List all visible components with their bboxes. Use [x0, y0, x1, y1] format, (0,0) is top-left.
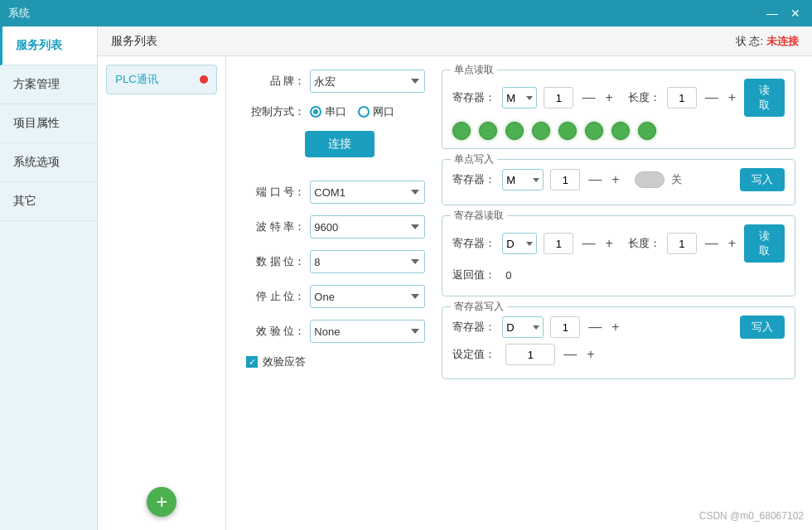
- close-button[interactable]: ✕: [787, 5, 804, 22]
- sidebar-item-service-list[interactable]: 服务列表: [0, 26, 97, 65]
- parity-row: 效 验 位： NoneEvenOdd: [243, 320, 425, 343]
- single-read-addr-input[interactable]: [544, 87, 573, 108]
- radio-net-circle: [358, 106, 370, 118]
- reg-read-addr-input[interactable]: [544, 233, 573, 254]
- single-write-reg-select[interactable]: MDQI: [502, 169, 544, 190]
- app-title: 系统: [8, 6, 30, 21]
- return-label: 返回值：: [452, 267, 495, 282]
- config-panel: 品 牌： 永宏 三菱 西门子 欧姆龙 控制方式：: [226, 56, 812, 530]
- single-read-reg-label: 寄存器：: [452, 90, 495, 105]
- device-status-dot: [200, 75, 208, 84]
- radio-serial-circle: [310, 106, 321, 118]
- radio-serial[interactable]: 串口: [310, 104, 346, 119]
- connect-button[interactable]: 连接: [305, 131, 375, 157]
- port-select[interactable]: COM1COM2COM3: [310, 181, 425, 204]
- reg-read-controls: 寄存器： DMQI — + 长度： — + 读取: [452, 224, 785, 263]
- single-read-len-input[interactable]: [667, 87, 697, 108]
- control-mode-row: 控制方式： 串口 网口: [243, 104, 425, 119]
- reg-read-len-input[interactable]: [667, 233, 697, 254]
- reg-read-addr-inc[interactable]: +: [603, 237, 614, 250]
- led-1: [452, 122, 471, 140]
- reg-write-controls: 寄存器： DMQI — + 写入: [452, 316, 785, 339]
- verify-checkbox[interactable]: ✓: [246, 356, 258, 368]
- single-write-toggle[interactable]: [635, 171, 665, 188]
- reg-write-addr-dec[interactable]: —: [587, 320, 603, 334]
- single-write-reg-label: 寄存器：: [452, 172, 495, 187]
- single-write-addr-dec[interactable]: —: [587, 173, 603, 186]
- single-write-addr-inc[interactable]: +: [610, 173, 621, 186]
- device-item-plc[interactable]: PLC通讯: [106, 65, 217, 94]
- reg-read-len-inc[interactable]: +: [727, 237, 737, 250]
- setval-label: 设定值：: [452, 347, 495, 362]
- radio-serial-label: 串口: [325, 104, 346, 119]
- single-read-button[interactable]: 读取: [744, 79, 785, 117]
- single-read-len-inc[interactable]: +: [727, 91, 737, 104]
- sidebar-item-sys-options[interactable]: 系统选项: [0, 143, 97, 182]
- single-read-reg-select[interactable]: MDQI: [502, 87, 537, 108]
- status-bar: 状 态: 未连接: [736, 34, 799, 49]
- brand-select[interactable]: 永宏 三菱 西门子 欧姆龙: [310, 70, 425, 93]
- control-label: 控制方式：: [243, 104, 305, 119]
- page-title: 服务列表: [111, 34, 157, 49]
- led-4: [532, 122, 550, 140]
- reg-write-title: 寄存器写入: [451, 300, 507, 314]
- return-value: 0: [505, 269, 511, 282]
- single-read-addr-inc[interactable]: +: [603, 91, 614, 104]
- databits-label: 数 据 位：: [243, 254, 305, 269]
- led-5: [558, 122, 577, 140]
- baud-row: 波 特 率： 9600192003840057600115200: [243, 215, 425, 238]
- single-write-title: 单点写入: [451, 152, 497, 166]
- reg-read-button[interactable]: 读取: [744, 224, 785, 263]
- checkmark-icon: ✓: [249, 357, 256, 368]
- toggle-off-label: 关: [671, 172, 682, 187]
- single-read-addr-dec[interactable]: —: [580, 91, 597, 104]
- setval-input[interactable]: [505, 344, 555, 365]
- parity-select[interactable]: NoneEvenOdd: [310, 320, 425, 343]
- reg-read-title: 寄存器读取: [451, 209, 507, 223]
- content-area: PLC通讯 + 品 牌： 永宏 三菱 西门子 欧姆: [98, 56, 812, 530]
- verify-label: 效验应答: [263, 354, 306, 369]
- reg-write-reg-select[interactable]: DMQI: [502, 316, 544, 338]
- led-row: [452, 122, 785, 140]
- led-7: [611, 122, 630, 140]
- sidebar-item-project-props[interactable]: 项目属性: [0, 104, 97, 143]
- reg-read-return-row: 返回值： 0: [452, 267, 785, 282]
- reg-read-reg-select[interactable]: DMQI: [502, 233, 537, 254]
- add-device-button[interactable]: +: [147, 487, 176, 517]
- single-write-section: 单点写入 寄存器： MDQI — + 关 写入: [442, 159, 795, 205]
- config-right: 单点读取 寄存器： MDQI — + 长度： — +: [442, 70, 795, 517]
- single-read-section: 单点读取 寄存器： MDQI — + 长度： — +: [442, 70, 795, 149]
- sidebar-item-others[interactable]: 其它: [0, 182, 97, 221]
- baud-select[interactable]: 9600192003840057600115200: [310, 215, 425, 238]
- setval-inc[interactable]: +: [585, 348, 596, 361]
- reg-write-setval-row: 设定值： — +: [452, 344, 785, 365]
- reg-read-section: 寄存器读取 寄存器： DMQI — + 长度： — +: [442, 215, 795, 296]
- led-8: [638, 122, 656, 140]
- app-body: 服务列表 方案管理 项目属性 系统选项 其它 服务列表 状 态: 未连接: [0, 26, 812, 530]
- databits-select[interactable]: 87: [310, 250, 425, 273]
- title-bar: 系统 — ✕: [0, 0, 812, 26]
- minimize-button[interactable]: —: [764, 5, 781, 22]
- stopbits-label: 停 止 位：: [243, 289, 305, 304]
- window-controls: — ✕: [764, 5, 804, 22]
- single-write-button[interactable]: 写入: [740, 168, 785, 191]
- reg-write-button[interactable]: 写入: [740, 316, 785, 339]
- status-label: 状 态:: [736, 34, 763, 49]
- setval-dec[interactable]: —: [562, 348, 578, 361]
- watermark: CSDN @m0_68067102: [699, 510, 804, 522]
- led-6: [585, 122, 603, 140]
- parity-label: 效 验 位：: [243, 324, 305, 339]
- reg-read-len-dec[interactable]: —: [703, 237, 720, 250]
- single-read-controls: 寄存器： MDQI — + 长度： — + 读取: [452, 79, 785, 117]
- radio-net[interactable]: 网口: [358, 104, 394, 119]
- reg-write-addr-input[interactable]: [550, 316, 580, 338]
- reg-write-addr-inc[interactable]: +: [610, 320, 621, 334]
- single-write-addr-input[interactable]: [550, 169, 580, 190]
- verify-row[interactable]: ✓ 效验应答: [246, 354, 425, 369]
- device-name: PLC通讯: [115, 72, 157, 87]
- single-read-len-dec[interactable]: —: [703, 91, 720, 104]
- stopbits-select[interactable]: OneTwoOnePointFive: [310, 285, 425, 308]
- reg-read-addr-dec[interactable]: —: [580, 237, 597, 250]
- sidebar-item-scheme-mgmt[interactable]: 方案管理: [0, 65, 97, 104]
- control-radio-group: 串口 网口: [310, 104, 394, 119]
